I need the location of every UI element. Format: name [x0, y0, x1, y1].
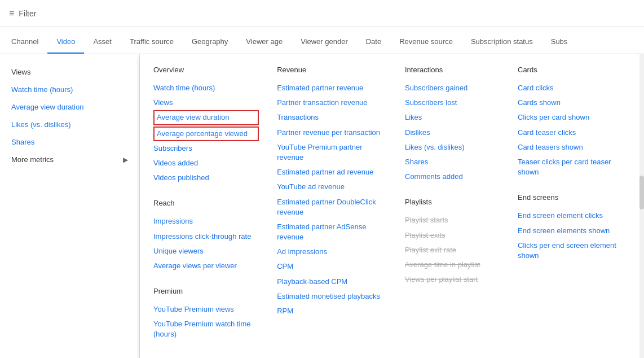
- overview-watch-time[interactable]: Watch time (hours): [153, 81, 259, 95]
- rev-rpm[interactable]: RPM: [277, 304, 387, 318]
- pl-avg-time: Average time in playlist: [405, 257, 500, 272]
- overview-avg-view-duration[interactable]: Average view duration: [153, 110, 259, 125]
- cards-section: Cards Card clicks Cards shown Clicks per…: [518, 63, 630, 180]
- filter-icon: ≡: [9, 8, 14, 19]
- reach-header: Reach: [153, 197, 259, 207]
- overview-section: Overview Watch time (hours) Views Averag…: [153, 63, 259, 185]
- int-dislikes[interactable]: Dislikes: [405, 125, 500, 140]
- reach-ctr[interactable]: Impressions click-through rate: [153, 229, 259, 244]
- tab-nav: Channel Video Asset Traffic source Geogr…: [0, 27, 644, 54]
- scrollbar-thumb[interactable]: [639, 176, 644, 209]
- more-metrics-button[interactable]: More metrics ▶: [0, 151, 139, 168]
- card-teasers-shown[interactable]: Card teasers shown: [518, 140, 630, 155]
- premium-header: Premium: [153, 285, 259, 295]
- reach-avg-views[interactable]: Average views per viewer: [153, 259, 259, 273]
- col-interactions: Interactions Subscribers gained Subscrib…: [405, 63, 518, 353]
- teaser-clicks-per-teaser[interactable]: Teaser clicks per card teaser shown: [518, 155, 630, 180]
- cards-header: Cards: [518, 63, 630, 74]
- pl-exits: Playlist exits: [405, 228, 500, 243]
- playlists-header: Playlists: [405, 195, 500, 206]
- card-clicks[interactable]: Card clicks: [518, 81, 630, 95]
- overview-views[interactable]: Views: [153, 95, 259, 110]
- filter-label: Filter: [19, 9, 36, 18]
- rev-estimated-monetised[interactable]: Estimated monetised playbacks: [277, 289, 387, 304]
- tab-asset[interactable]: Asset: [84, 30, 121, 54]
- cards-shown[interactable]: Cards shown: [518, 95, 630, 110]
- tab-subs[interactable]: Subs: [542, 30, 577, 54]
- pl-starts: Playlist starts: [405, 213, 500, 228]
- col-revenue: Revenue Estimated partner revenue Partne…: [277, 63, 405, 353]
- tab-geography[interactable]: Geography: [183, 30, 237, 54]
- metric-likes-dislikes[interactable]: Likes (vs. dislikes): [0, 116, 139, 133]
- int-likes-vs-dislikes[interactable]: Likes (vs. dislikes): [405, 140, 500, 155]
- main-content: Views Watch time (hours) Average view du…: [0, 54, 644, 358]
- int-comments-added[interactable]: Comments added: [405, 169, 500, 184]
- dropdown-content: Overview Watch time (hours) Views Averag…: [140, 54, 644, 358]
- premium-watch-time[interactable]: YouTube Premium watch time (hours): [153, 317, 259, 342]
- rev-doubleclick[interactable]: Estimated partner DoubleClick revenue: [277, 195, 387, 220]
- premium-views[interactable]: YouTube Premium views: [153, 302, 259, 317]
- rev-estimated-ad[interactable]: Estimated partner ad revenue: [277, 165, 387, 180]
- tab-subscription-status[interactable]: Subscription status: [462, 30, 542, 54]
- tab-channel[interactable]: Channel: [2, 30, 47, 54]
- pl-views-per-start: Views per playlist start: [405, 272, 500, 287]
- end-screens-section: End screens End screen element clicks En…: [518, 191, 630, 263]
- es-clicks-per-element[interactable]: Clicks per end screen element shown: [518, 238, 630, 263]
- tab-revenue-source[interactable]: Revenue source: [390, 30, 462, 54]
- clicks-per-card[interactable]: Clicks per card shown: [518, 110, 630, 125]
- interactions-header: Interactions: [405, 63, 500, 74]
- rev-ad-impressions[interactable]: Ad impressions: [277, 245, 387, 259]
- rev-estimated-partner[interactable]: Estimated partner revenue: [277, 81, 387, 95]
- card-teaser-clicks[interactable]: Card teaser clicks: [518, 125, 630, 140]
- more-metrics-arrow: ▶: [123, 156, 128, 164]
- reach-unique-viewers[interactable]: Unique viewers: [153, 244, 259, 259]
- rev-partner-transaction[interactable]: Partner transaction revenue: [277, 95, 387, 110]
- interactions-section: Interactions Subscribers gained Subscrib…: [405, 63, 500, 184]
- overview-subscribers[interactable]: Subscribers: [153, 141, 259, 156]
- int-subscribers-lost[interactable]: Subscribers lost: [405, 95, 500, 110]
- scrollbar[interactable]: [639, 54, 644, 358]
- reach-impressions[interactable]: Impressions: [153, 214, 259, 229]
- int-likes[interactable]: Likes: [405, 110, 500, 125]
- col-cards: Cards Card clicks Cards shown Clicks per…: [518, 63, 630, 353]
- tab-date[interactable]: Date: [357, 30, 390, 54]
- tab-video[interactable]: Video: [47, 30, 84, 54]
- metric-watch-time[interactable]: Watch time (hours): [0, 81, 139, 98]
- dropdown-overlay: Overview Watch time (hours) Views Averag…: [140, 54, 644, 358]
- int-subscribers-gained[interactable]: Subscribers gained: [405, 81, 500, 95]
- tab-viewer-gender[interactable]: Viewer gender: [292, 30, 357, 54]
- rev-partner-per-transaction[interactable]: Partner revenue per transaction: [277, 125, 387, 140]
- filter-bar: ≡ Filter: [0, 0, 644, 27]
- reach-section: Reach Impressions Impressions click-thro…: [153, 197, 259, 273]
- overview-videos-added[interactable]: Videos added: [153, 156, 259, 171]
- int-shares[interactable]: Shares: [405, 155, 500, 169]
- overview-videos-published[interactable]: Videos published: [153, 171, 259, 185]
- revenue-header: Revenue: [277, 63, 387, 74]
- rev-cpm[interactable]: CPM: [277, 259, 387, 274]
- revenue-section: Revenue Estimated partner revenue Partne…: [277, 63, 387, 318]
- es-elements-shown[interactable]: End screen elements shown: [518, 224, 630, 238]
- overview-header: Overview: [153, 63, 259, 74]
- es-element-clicks[interactable]: End screen element clicks: [518, 208, 630, 223]
- rev-yt-premium-partner[interactable]: YouTube Premium partner revenue: [277, 140, 387, 165]
- overview-avg-pct-viewed[interactable]: Average percentage viewed: [153, 126, 259, 141]
- end-screens-header: End screens: [518, 191, 630, 202]
- metrics-sidebar: Views Watch time (hours) Average view du…: [0, 54, 140, 358]
- rev-adsense[interactable]: Estimated partner AdSense revenue: [277, 220, 387, 245]
- premium-section: Premium YouTube Premium views YouTube Pr…: [153, 285, 259, 342]
- rev-yt-ad[interactable]: YouTube ad revenue: [277, 180, 387, 194]
- tab-traffic-source[interactable]: Traffic source: [121, 30, 183, 54]
- rev-transactions[interactable]: Transactions: [277, 110, 387, 125]
- metric-views[interactable]: Views: [0, 63, 139, 81]
- playlists-section: Playlists Playlist starts Playlist exits…: [405, 195, 500, 287]
- rev-playback-cpm[interactable]: Playback-based CPM: [277, 274, 387, 289]
- tab-viewer-age[interactable]: Viewer age: [237, 30, 292, 54]
- metric-avg-view-duration[interactable]: Average view duration: [0, 98, 139, 116]
- metric-shares[interactable]: Shares: [0, 133, 139, 151]
- col-overview: Overview Watch time (hours) Views Averag…: [153, 63, 277, 353]
- pl-exit-rate: Playlist exit rate: [405, 243, 500, 257]
